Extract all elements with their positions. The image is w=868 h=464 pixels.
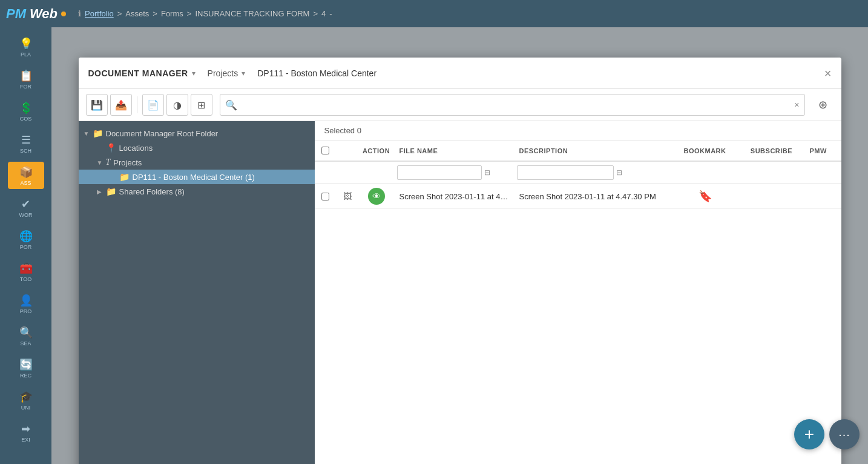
sidebar-item-label-plan: PLA	[21, 51, 31, 58]
tree-arrow-shared: ▶	[97, 188, 104, 195]
tree-item-boston[interactable]: ▶ 📁 DP111 - Boston Medical Center (1)	[79, 170, 315, 184]
sidebar-item-people[interactable]: 👤 PRO	[8, 290, 44, 317]
modal-title-main: DOCUMENT MANAGER	[88, 68, 188, 78]
document-view-button[interactable]: 📄	[142, 94, 164, 116]
forms-icon: 📋	[19, 69, 33, 82]
tree-item-shared[interactable]: ▶ 📁 Shared Folders (8)	[79, 184, 315, 199]
tree-item-locations[interactable]: ▶ 📍 Locations	[79, 141, 315, 155]
portfolio-icon: 🌐	[19, 230, 33, 243]
sidebar-item-assets[interactable]: 📦 ASS	[8, 162, 44, 189]
row-action-1: 👁	[358, 188, 395, 205]
sidebar-item-tools[interactable]: 🧰 TOO	[8, 258, 44, 285]
sidebar-item-schedule[interactable]: ☰ SCH	[8, 130, 44, 157]
file-panel: Selected 0 ACTION FILE NAME DESCRIPTION …	[315, 121, 841, 464]
logo-web: Web	[30, 6, 58, 22]
sidebar-item-search[interactable]: 🔍 SEA	[8, 322, 44, 350]
sidebar-item-label-forms: FOR	[20, 84, 31, 90]
search-icon: 🔍	[19, 326, 33, 339]
cost-icon: 💲	[19, 101, 33, 114]
filter-row: ⊟ ⊟	[315, 162, 841, 184]
add-button[interactable]: +	[794, 419, 824, 449]
sidebar-item-university[interactable]: 🎓 UNI	[8, 386, 44, 414]
sidebar-item-label-exit: EXI	[21, 437, 30, 443]
breadcrumb-portfolio[interactable]: Portfolio	[85, 9, 114, 18]
tree-panel: ▼ 📁 Document Manager Root Folder ▶ 📍 Loc…	[79, 121, 315, 464]
tree-item-projects[interactable]: ▼ T Projects	[79, 155, 315, 170]
table-header: ACTION FILE NAME DESCRIPTION BOOKMARK SU…	[315, 141, 841, 162]
sidebar-item-label-people: PRO	[20, 308, 32, 314]
filter-filename-icon[interactable]: ⊟	[484, 168, 490, 177]
folder-icon-shared: 📁	[106, 187, 116, 196]
modal-title-projects: Projects	[208, 68, 238, 78]
select-all-checkbox[interactable]	[321, 147, 329, 154]
tree-arrow-root: ▼	[84, 130, 91, 137]
row-bookmark-1[interactable]: 🔖	[672, 190, 738, 203]
sidebar-item-recent[interactable]: 🔄 REC	[8, 354, 44, 382]
logo-dot	[61, 12, 66, 16]
assets-icon: 📦	[19, 165, 33, 179]
file-table: ACTION FILE NAME DESCRIPTION BOOKMARK SU…	[315, 141, 841, 464]
projects-chevron-icon[interactable]: ▾	[242, 69, 245, 78]
modal-overlay: DOCUMENT MANAGER ▾ Projects ▾ DP111 - Bo…	[51, 27, 868, 464]
filter-filename-input[interactable]	[397, 165, 482, 180]
pmweb-logo: PMWeb	[6, 6, 66, 22]
th-action: ACTION	[358, 141, 395, 161]
sidebar-item-label-schedule: SCH	[20, 148, 31, 154]
breadcrumb: ℹ Portfolio > Assets > Forms > INSURANCE…	[78, 9, 332, 18]
sidebar-item-forms[interactable]: 📋 FOR	[8, 65, 44, 93]
file-checkbox-1[interactable]	[321, 193, 329, 201]
university-icon: 🎓	[19, 390, 33, 403]
projects-icon: T	[106, 157, 111, 167]
toggle-view-button[interactable]: ◑	[166, 94, 188, 116]
breadcrumb-forms: Forms	[161, 9, 183, 18]
eye-icon-1[interactable]: 👁	[368, 188, 385, 205]
selected-count: Selected 0	[315, 121, 841, 141]
sidebar-item-label-tools: TOO	[20, 276, 31, 282]
pin-icon-locations: 📍	[106, 143, 116, 153]
image-preview-icon: 🖼	[343, 191, 352, 201]
table-row: 🖼 👁 Screen Shot 2023-01-11 at 4.47.30 PM…	[315, 184, 841, 209]
row-checkbox-1[interactable]	[315, 193, 337, 201]
sidebar-item-label-assets: ASS	[20, 180, 31, 186]
sidebar-item-cost[interactable]: 💲 COS	[8, 98, 44, 125]
modal-body: ▼ 📁 Document Manager Root Folder ▶ 📍 Loc…	[79, 121, 841, 464]
sidebar-item-label-search: SEA	[20, 340, 31, 346]
modal-header: DOCUMENT MANAGER ▾ Projects ▾ DP111 - Bo…	[79, 58, 841, 89]
row-preview-1: 🖼	[337, 191, 358, 201]
search-clear-icon[interactable]: ×	[794, 100, 799, 110]
sidebar-item-work[interactable]: ✔ WOR	[8, 194, 44, 221]
sidebar-item-label-university: UNI	[21, 405, 31, 411]
zoom-button[interactable]: ⊕	[812, 94, 834, 116]
sidebar: 💡 PLA 📋 FOR 💲 COS ☰ SCH 📦 ASS ✔ WOR 🌐 PO…	[0, 27, 51, 464]
document-manager-chevron-icon[interactable]: ▾	[192, 69, 196, 78]
filter-description-icon[interactable]: ⊟	[616, 168, 622, 177]
sidebar-item-label-recent: REC	[20, 373, 31, 379]
th-checkbox	[315, 141, 337, 161]
schedule-icon: ☰	[21, 133, 31, 147]
th-subscribe: SUBSCRIBE	[738, 141, 805, 161]
sidebar-item-exit[interactable]: ➡ EXI	[8, 419, 44, 446]
recent-icon: 🔄	[19, 358, 33, 371]
th-filename: FILE NAME	[395, 141, 515, 161]
bookmark-icon-1[interactable]: 🔖	[699, 190, 712, 203]
modal-toolbar: 💾 📤 📄 ◑ ⊞ 🔍 × ⊕	[79, 89, 841, 121]
tree-item-root[interactable]: ▼ 📁 Document Manager Root Folder	[79, 126, 315, 141]
toolbar-divider-1	[137, 96, 137, 113]
upload-button[interactable]: 📤	[110, 94, 132, 116]
logo-pm: PM	[6, 6, 26, 22]
modal-close-button[interactable]: ×	[824, 67, 832, 79]
tree-label-boston: DP111 - Boston Medical Center (1)	[133, 173, 255, 182]
main-content: DOCUMENT MANAGER ▾ Projects ▾ DP111 - Bo…	[51, 27, 868, 464]
filter-description-input[interactable]	[517, 165, 614, 180]
search-input[interactable]	[241, 100, 795, 110]
breadcrumb-sep2: >	[153, 9, 157, 18]
breadcrumb-assets: Assets	[125, 9, 149, 18]
breadcrumb-sep4: >	[313, 9, 318, 18]
th-bookmark: BOOKMARK	[672, 141, 738, 161]
sidebar-item-portfolio[interactable]: 🌐 POR	[8, 226, 44, 253]
search-magnifier-icon: 🔍	[225, 99, 237, 111]
save-button[interactable]: 💾	[86, 94, 108, 116]
tree-label-root: Document Manager Root Folder	[106, 129, 219, 138]
grid-view-button[interactable]: ⊞	[191, 94, 212, 116]
sidebar-item-plan[interactable]: 💡 PLA	[8, 33, 44, 61]
